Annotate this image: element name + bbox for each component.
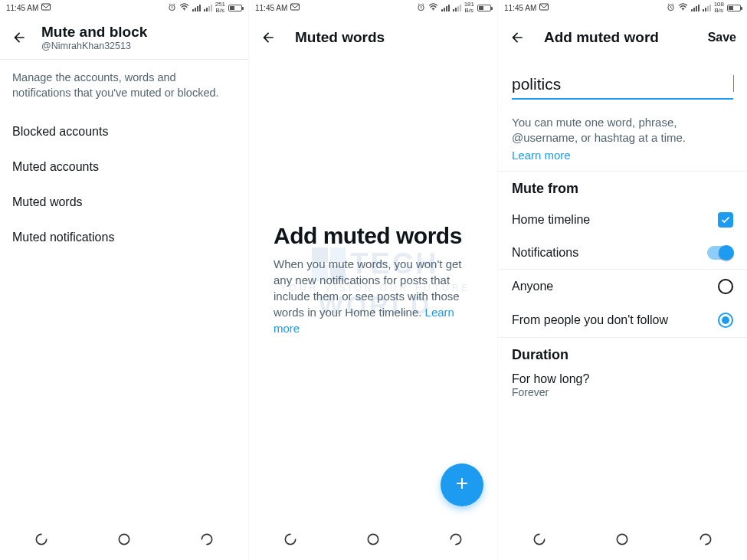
wifi-icon <box>678 3 688 12</box>
mail-icon <box>41 3 51 12</box>
nav-back-button[interactable] <box>697 531 714 548</box>
duration-question: For how long? <box>512 372 733 386</box>
signal-icon-2 <box>703 5 711 11</box>
svg-point-10 <box>682 9 683 11</box>
duration-value: Forever <box>512 386 733 398</box>
phone-screen-add-muted-word: 11:45 AM 108B/s A <box>498 0 747 560</box>
svg-rect-4 <box>291 4 300 10</box>
signal-icon <box>192 5 201 11</box>
status-time: 11:45 AM <box>255 4 287 12</box>
page-title: Muted words <box>295 29 385 46</box>
status-time: 11:45 AM <box>6 4 38 12</box>
nav-back-button[interactable] <box>447 531 464 548</box>
back-button[interactable] <box>509 29 526 46</box>
list-item-muted-words[interactable]: Muted words <box>0 185 248 220</box>
page-title: Mute and block <box>41 24 147 41</box>
data-rate: 108B/s <box>714 2 724 14</box>
svg-point-3 <box>119 534 129 544</box>
list-item-muted-accounts[interactable]: Muted accounts <box>0 149 248 185</box>
alarm-icon <box>417 3 425 13</box>
plus-icon <box>453 474 471 496</box>
signal-icon-2 <box>453 5 461 11</box>
checkbox-checked-icon <box>718 212 733 228</box>
learn-more-link[interactable]: Learn more <box>512 148 733 163</box>
back-button[interactable] <box>260 29 277 46</box>
row-duration[interactable]: For how long? Forever <box>498 369 747 408</box>
radio-unselected-icon <box>718 279 733 294</box>
row-label: Home timeline <box>512 213 590 227</box>
row-home-timeline[interactable]: Home timeline <box>498 203 747 237</box>
row-from-people-not-followed[interactable]: From people you don't follow <box>498 303 747 337</box>
phone-screen-mute-and-block: 11:45 AM 251B/s <box>0 0 249 560</box>
data-rate: 251B/s <box>215 2 225 14</box>
row-label: Notifications <box>512 246 578 260</box>
data-rate: 181B/s <box>464 2 474 14</box>
back-button[interactable] <box>11 29 28 46</box>
muted-word-input[interactable]: politics <box>512 74 733 100</box>
mail-icon <box>539 3 549 12</box>
signal-icon <box>691 5 699 11</box>
section-head-duration: Duration <box>498 338 747 369</box>
system-nav-bar <box>249 523 497 555</box>
nav-recents-button[interactable] <box>282 531 299 548</box>
empty-state-body: When you mute words, you won't get any n… <box>274 256 473 336</box>
app-bar: Add muted word Save <box>498 15 747 60</box>
nav-home-button[interactable] <box>365 531 382 548</box>
status-bar: 11:45 AM 251B/s <box>0 0 248 15</box>
radio-selected-icon <box>718 313 733 328</box>
battery-icon <box>228 5 242 11</box>
row-notifications[interactable]: Notifications <box>498 237 747 269</box>
add-muted-word-fab[interactable] <box>441 463 483 506</box>
section-description: Manage the accounts, words and notificat… <box>0 60 248 114</box>
alarm-icon <box>667 3 675 13</box>
alarm-icon <box>168 3 176 13</box>
svg-rect-8 <box>540 4 549 10</box>
svg-rect-0 <box>42 4 51 10</box>
app-bar: Mute and block @NimrahKhan32513 <box>0 15 248 60</box>
nav-recents-button[interactable] <box>33 531 50 548</box>
nav-back-button[interactable] <box>198 531 215 548</box>
nav-recents-button[interactable] <box>531 531 548 548</box>
nav-home-button[interactable] <box>116 531 133 548</box>
page-subtitle: @NimrahKhan32513 <box>41 41 147 51</box>
nav-home-button[interactable] <box>614 531 631 548</box>
app-bar: Muted words <box>249 15 497 60</box>
row-anyone[interactable]: Anyone <box>498 270 747 303</box>
row-label: Anyone <box>512 280 553 293</box>
battery-icon <box>727 5 741 11</box>
page-title: Add muted word <box>544 29 659 46</box>
wifi-icon <box>428 3 438 12</box>
battery-icon <box>477 5 491 11</box>
svg-point-6 <box>432 9 434 11</box>
status-bar: 11:45 AM 181B/s <box>249 0 497 15</box>
svg-point-11 <box>618 534 627 544</box>
signal-icon <box>441 5 450 11</box>
wifi-icon <box>179 3 189 12</box>
phone-screen-muted-words: 11:45 AM 181B/s M <box>249 0 498 560</box>
signal-icon-2 <box>204 5 212 11</box>
system-nav-bar <box>0 523 248 555</box>
list-item-blocked-accounts[interactable]: Blocked accounts <box>0 114 248 149</box>
svg-point-7 <box>368 534 378 544</box>
system-nav-bar <box>498 523 747 555</box>
save-button[interactable]: Save <box>708 31 736 44</box>
input-hint: You can mute one word, phrase, @username… <box>498 103 747 171</box>
list-item-muted-notifications[interactable]: Muted notifications <box>0 220 248 255</box>
mail-icon <box>290 3 300 12</box>
section-head-mute-from: Mute from <box>498 172 747 203</box>
svg-point-2 <box>183 9 185 11</box>
switch-on-icon <box>707 246 733 260</box>
status-bar: 11:45 AM 108B/s <box>498 0 747 15</box>
row-label: From people you don't follow <box>512 313 668 327</box>
status-time: 11:45 AM <box>504 4 536 12</box>
empty-state-title: Add muted words <box>274 223 473 248</box>
